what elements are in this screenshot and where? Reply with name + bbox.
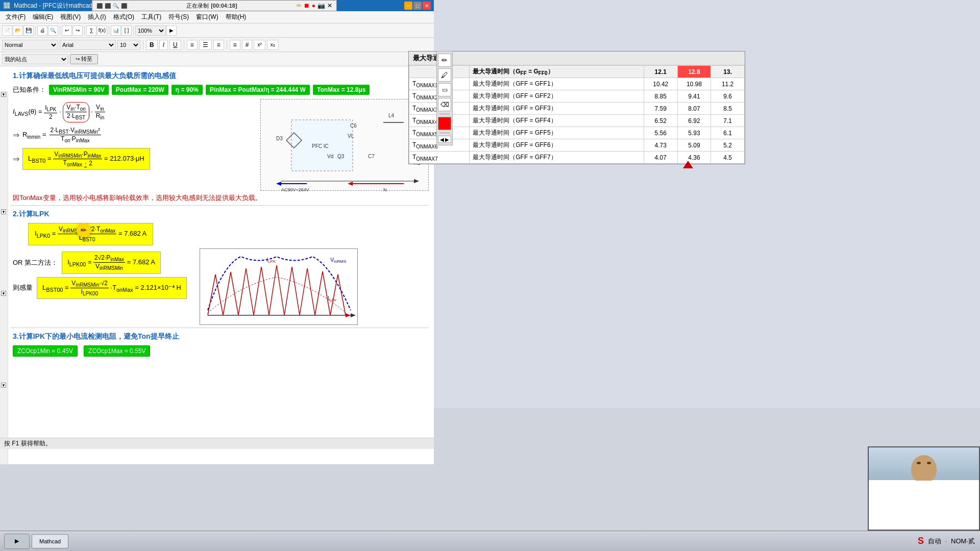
list-btn[interactable]: ≡: [230, 40, 240, 50]
ann-left-icon: ◀: [440, 137, 444, 142]
sub-btn[interactable]: x₂: [267, 40, 279, 50]
menu-insert[interactable]: 插入(I): [84, 12, 109, 22]
lbst00-formula: LBST00 = VinRMSMin·√2 ILPK00 ·TonMax = 2…: [37, 277, 187, 299]
close-button[interactable]: ✕: [423, 2, 431, 10]
italic-button[interactable]: I: [159, 40, 168, 50]
th-v2: 12.8: [677, 66, 711, 78]
td-v2-6: 5.09: [677, 139, 711, 152]
ann-color-red[interactable]: [438, 117, 451, 130]
align-right-btn[interactable]: ≡: [213, 40, 224, 50]
redo-btn[interactable]: ↪: [72, 26, 83, 36]
td-v1-6: 4.73: [644, 139, 677, 152]
window-controls[interactable]: ─ □ ✕: [404, 2, 431, 10]
start-button[interactable]: ▶: [4, 534, 30, 549]
print-btn[interactable]: 🖨: [37, 26, 47, 36]
formula-rinmin: ⇒ Rinmin = 2·LBST·VinRMSMin² Ton·PinMax: [13, 127, 255, 144]
nav-select[interactable]: 我的站点: [2, 54, 68, 64]
goto-button[interactable]: ↪ 转至: [70, 54, 98, 64]
svg-marker-15: [348, 182, 353, 186]
super-btn[interactable]: x²: [254, 40, 265, 50]
sep1: [35, 26, 36, 35]
zoom-select[interactable]: 100%: [135, 26, 166, 36]
size-select[interactable]: 10: [117, 40, 140, 50]
align-center-btn[interactable]: ☰: [199, 40, 212, 50]
ann-rect-btn[interactable]: ▭: [438, 83, 451, 96]
menu-file[interactable]: 文件(F): [2, 12, 29, 22]
pencil-cursor: ✏: [77, 223, 91, 237]
section2-row2: OR 第二方法： ILPK00 = 2√2·PinMax VinRMSMin =…: [13, 248, 429, 325]
ann-pencil-btn[interactable]: ✏: [438, 54, 451, 67]
menu-symbol[interactable]: 符号(S): [165, 12, 192, 22]
camera-icon[interactable]: 📷: [317, 2, 325, 9]
svg-marker-13: [414, 179, 419, 183]
ze-formula: 则感量 LBST00 = VinRMSMin·√2 ILPK00 ·TonMax…: [13, 277, 187, 299]
waveform-graph: VinRMS ILPK ILAv: [200, 248, 358, 325]
menu-window[interactable]: 窗口(W): [192, 12, 222, 22]
toolbar3: 我的站点 ↪ 转至: [0, 52, 434, 66]
style-select[interactable]: Normal: [2, 40, 58, 50]
save-btn[interactable]: 💾: [23, 26, 34, 36]
menu-tools[interactable]: 工具(T): [138, 12, 165, 22]
svg-text:PFC IC: PFC IC: [312, 143, 329, 149]
sep-align: [184, 40, 184, 49]
minimize-button[interactable]: ─: [404, 2, 412, 10]
table-row: TONMAX2 最大导通时间（GFF = GFF2） 8.85 9.41 9.6: [409, 90, 745, 103]
td-v2-5: 5.93: [677, 127, 711, 139]
td-desc-3: 最大导通时间（GFF = GFF3）: [470, 103, 644, 115]
menu-help[interactable]: 帮助(H): [222, 12, 250, 22]
ann-nav[interactable]: ◀ ▶: [438, 136, 451, 143]
graph-btn[interactable]: 📊: [111, 26, 121, 36]
maximize-button[interactable]: □: [413, 2, 422, 10]
undo-btn[interactable]: ↩: [62, 26, 72, 36]
section2: 2.计算ILPK ✏ ILPK0 = VinRMSMin·√2·TonMax L…: [10, 206, 434, 328]
svg-marker-27: [346, 313, 351, 317]
matrix-btn[interactable]: [ ]: [121, 26, 132, 36]
insert-fn-btn[interactable]: f(x): [97, 26, 107, 36]
pen-icon[interactable]: ✏: [297, 2, 302, 9]
insert-math-btn[interactable]: ∑: [86, 26, 96, 36]
td-desc-4: 最大导通时间（GFF = GFF4）: [470, 115, 644, 127]
ann-pen-btn[interactable]: 🖊: [438, 68, 451, 82]
td-v1-3: 7.59: [644, 103, 677, 115]
zoom-apply-btn[interactable]: ▶: [166, 26, 177, 36]
rec-dot: ●: [312, 2, 315, 9]
arrow-indicator: [683, 161, 693, 171]
stop-x-icon[interactable]: ✕: [327, 2, 332, 9]
td-desc-7: 最大导通时间（GFF = GFF7）: [470, 152, 644, 164]
svg-text:N: N: [383, 187, 387, 191]
td-v3-1: 11.2: [711, 78, 745, 90]
taskbar-item-mathcad[interactable]: Mathcad: [32, 534, 68, 548]
menu-format[interactable]: 格式(O): [110, 12, 138, 22]
td-v2-1: 10.98: [677, 78, 711, 90]
collapse-btn-2[interactable]: ▼: [1, 209, 6, 214]
section1-title: 1.计算确保最低线电压可提供最大负载所需的电感值: [13, 71, 429, 81]
system-tray: S 自动 · NOM·贰: [918, 536, 975, 546]
collapse-btn-4[interactable]: ▼: [1, 383, 6, 388]
td-v1-4: 6.52: [644, 115, 677, 127]
td-v3-5: 6.1: [711, 127, 745, 139]
svg-text:VinRMS: VinRMS: [330, 257, 346, 264]
ime-logo: S: [918, 536, 924, 546]
val-zcoocp1min: ZCOcp1Min = 0.45V: [13, 345, 78, 357]
collapse-btn-1[interactable]: ▼: [1, 92, 6, 97]
menu-view[interactable]: 视图(V): [57, 12, 84, 22]
collapse-btn-3[interactable]: ▼: [1, 291, 6, 296]
table-row: TONMAX1 最大导通时间（GFF = GFF1） 10.42 10.98 1…: [409, 78, 745, 90]
bold-button[interactable]: B: [146, 40, 158, 50]
align-left-btn[interactable]: ≡: [187, 40, 198, 50]
ann-eraser-btn[interactable]: ⌫: [438, 98, 451, 111]
sep5: [133, 26, 134, 35]
td-v1-5: 5.56: [644, 127, 677, 139]
section1-content: ILAVS(θ) = ILPK 2 · Vin·Ton 2·LBST ·: [13, 99, 429, 191]
num-list-btn[interactable]: #: [242, 40, 253, 50]
font-select[interactable]: Arial: [60, 40, 116, 50]
menu-edit[interactable]: 编辑(E): [29, 12, 57, 22]
open-btn[interactable]: 📂: [13, 26, 23, 36]
svg-text:Q3: Q3: [337, 154, 345, 159]
sep2: [60, 26, 60, 35]
new-btn[interactable]: 📄: [2, 26, 12, 36]
preview-btn[interactable]: 🔍: [48, 26, 58, 36]
underline-button[interactable]: U: [169, 40, 181, 50]
goto-icon: ↪: [76, 56, 80, 62]
stop-icon[interactable]: ⏹: [304, 2, 310, 9]
